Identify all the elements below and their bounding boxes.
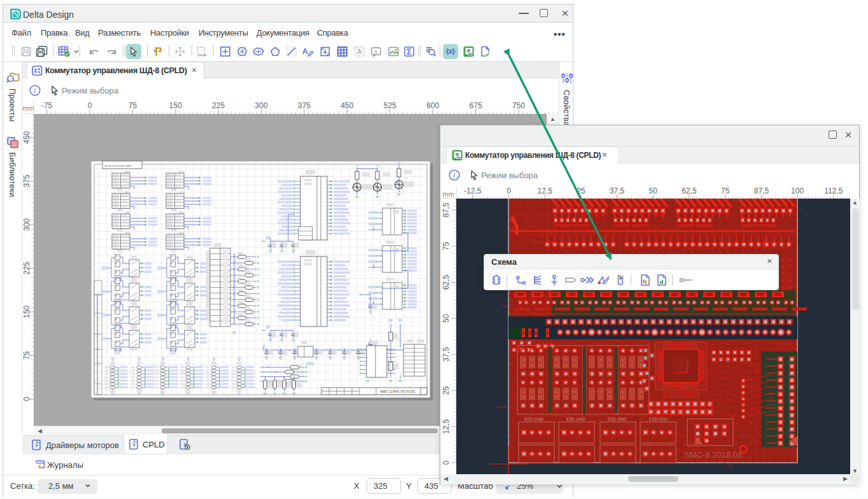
svg-text:450: 450 [340,101,353,110]
svg-text:75: 75 [129,101,137,110]
svg-text:ff: ff [116,342,117,344]
svg-text:25: 25 [577,186,585,195]
svg-text:ff: ff [116,326,117,328]
svg-text:112,5: 112,5 [824,186,843,195]
svg-text:ff: ff [171,349,172,351]
svg-text:37,5: 37,5 [442,347,451,362]
svg-text:0: 0 [507,186,511,195]
svg-text:750: 750 [512,101,525,110]
svg-text:ff: ff [116,279,117,281]
svg-text:i: i [453,171,455,179]
svg-text:A: A [357,48,362,55]
svg-text:150: 150 [169,101,182,110]
svg-text:ff: ff [171,318,172,321]
svg-text:ff: ff [171,309,172,312]
svg-text:37,5: 37,5 [610,186,625,195]
svg-text:0: 0 [88,101,92,110]
svg-text:ff: ff [171,286,172,288]
svg-text:50: 50 [649,186,658,195]
svg-text:62,5: 62,5 [682,186,697,195]
svg-text:ff: ff [116,295,117,297]
svg-text:i: i [34,87,36,94]
svg-text:08.00.001.91900.189Ч: 08.00.001.91900.189Ч [104,164,132,167]
svg-text:ff: ff [171,262,172,265]
svg-text:375: 375 [298,101,311,110]
svg-text:87,5: 87,5 [442,202,451,218]
svg-text:ff: ff [171,279,172,281]
svg-text:ff: ff [171,255,172,258]
svg-text:300: 300 [255,101,268,110]
svg-text:25: 25 [442,386,451,395]
svg-text:100: 100 [791,186,804,195]
svg-text:0: 0 [442,460,451,465]
svg-text:ff: ff [116,333,117,335]
svg-text:A: A [302,47,308,56]
svg-text:АБВГ.123456.700.00193: АБВГ.123456.700.00193 [380,390,415,393]
svg-text:87,5: 87,5 [754,186,769,195]
svg-text:ESD GND: ESD GND [566,417,585,421]
svg-text:12,5: 12,5 [538,186,553,195]
svg-text:ff: ff [116,255,117,258]
svg-text:75: 75 [442,242,451,251]
svg-text:62,5: 62,5 [442,274,451,290]
svg-text:-12,5: -12,5 [464,186,482,195]
svg-text:ff: ff [171,295,172,297]
svg-text:225: 225 [212,101,225,110]
svg-text:ff: ff [171,333,172,335]
svg-text:675: 675 [470,101,482,110]
svg-text:ff: ff [116,286,117,288]
svg-text:525: 525 [384,101,396,110]
svg-text:a: a [374,48,377,55]
svg-text:75: 75 [721,186,730,195]
svg-text:600: 600 [426,101,439,110]
svg-text:-75: -75 [41,101,53,110]
svg-text:ff: ff [171,302,172,305]
svg-text:12,5: 12,5 [442,419,451,434]
svg-text:ff: ff [171,342,172,344]
svg-text:ff: ff [171,326,172,328]
svg-text:SMC-8 2018.08: SMC-8 2018.08 [684,450,742,460]
svg-text:50: 50 [442,314,451,323]
svg-text:ff: ff [116,318,117,321]
svg-text:ff: ff [116,262,117,265]
svg-text:ff: ff [116,309,117,312]
svg-text:ff: ff [116,271,117,274]
svg-text:ff: ff [116,302,117,305]
svg-text:ff: ff [171,271,172,274]
svg-text:ff: ff [116,349,117,351]
